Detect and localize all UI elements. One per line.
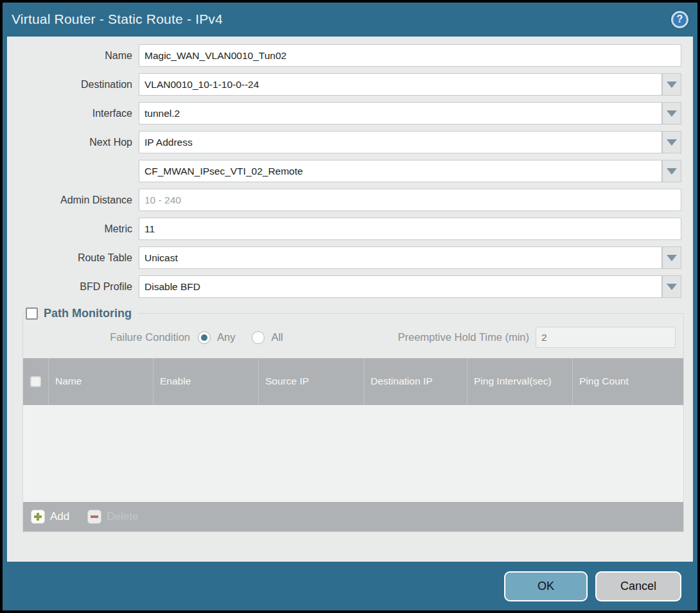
route-table-dropdown-button[interactable]	[662, 246, 681, 269]
chevron-down-icon	[667, 255, 677, 261]
title-bar: Virtual Router - Static Route - IPv4 ?	[3, 3, 697, 36]
add-button-label: Add	[50, 510, 69, 523]
table-header-checkbox-cell	[23, 358, 49, 405]
failure-condition-row: Failure Condition Any All Preemptive Hol…	[23, 320, 683, 358]
interface-input[interactable]	[139, 102, 662, 125]
delete-button[interactable]: Delete	[87, 510, 138, 524]
admin-distance-label: Admin Distance	[8, 194, 139, 206]
help-icon[interactable]: ?	[671, 11, 688, 28]
interface-row: Interface	[8, 102, 681, 125]
metric-label: Metric	[8, 223, 139, 235]
chevron-down-icon	[667, 82, 677, 88]
failure-condition-label: Failure Condition	[23, 331, 198, 343]
bfd-profile-label: BFD Profile	[8, 281, 139, 293]
route-table-select[interactable]	[139, 246, 662, 269]
next-hop-address-row	[8, 160, 681, 182]
select-all-checkbox[interactable]	[30, 376, 41, 387]
dialog-content: Name Destination Interface Next Hop	[7, 37, 693, 562]
bfd-profile-row: BFD Profile	[8, 275, 681, 298]
table-body-empty	[23, 405, 683, 502]
column-header-ping-count[interactable]: Ping Count	[573, 358, 683, 405]
metric-input[interactable]	[139, 218, 681, 240]
destination-row: Destination	[8, 73, 681, 96]
next-hop-row: Next Hop	[8, 131, 681, 153]
next-hop-type-select[interactable]	[139, 131, 662, 153]
cancel-button[interactable]: Cancel	[595, 571, 681, 601]
admin-distance-input[interactable]	[139, 189, 681, 211]
next-hop-address-input[interactable]	[139, 160, 662, 182]
name-label: Name	[8, 50, 139, 62]
name-row: Name	[8, 44, 681, 67]
radio-all-label: All	[271, 331, 283, 343]
route-table-label: Route Table	[8, 252, 139, 264]
destination-input[interactable]	[139, 73, 662, 96]
destination-label: Destination	[8, 79, 139, 91]
plus-icon	[31, 510, 45, 524]
metric-row: Metric	[8, 218, 681, 240]
delete-button-label: Delete	[107, 510, 138, 523]
next-hop-dropdown-button[interactable]	[662, 131, 681, 153]
failure-condition-any-option[interactable]: Any	[198, 331, 235, 344]
destination-dropdown-button[interactable]	[662, 73, 681, 96]
interface-dropdown-button[interactable]	[662, 102, 681, 125]
chevron-down-icon	[667, 139, 677, 146]
path-monitoring-title: Path Monitoring	[44, 307, 132, 320]
failure-condition-all-option[interactable]: All	[252, 331, 283, 344]
column-header-ping-interval[interactable]: Ping Interval(sec)	[468, 358, 573, 405]
path-monitoring-table: Name Enable Source IP Destination IP Pin…	[23, 358, 683, 531]
table-header-row: Name Enable Source IP Destination IP Pin…	[23, 358, 683, 405]
column-header-source-ip[interactable]: Source IP	[259, 358, 364, 405]
bfd-profile-dropdown-button[interactable]	[662, 275, 681, 298]
path-monitoring-section: Path Monitoring Failure Condition Any Al…	[22, 307, 684, 532]
next-hop-address-dropdown-button[interactable]	[662, 160, 681, 182]
radio-any[interactable]	[198, 331, 211, 344]
admin-distance-row: Admin Distance	[8, 189, 681, 211]
column-header-name[interactable]: Name	[49, 358, 153, 405]
dialog-title: Virtual Router - Static Route - IPv4	[12, 12, 223, 27]
interface-label: Interface	[8, 108, 139, 119]
route-table-row: Route Table	[8, 246, 681, 269]
path-monitoring-checkbox[interactable]	[26, 307, 38, 320]
chevron-down-icon	[667, 110, 677, 117]
add-button[interactable]: Add	[31, 510, 69, 524]
column-header-destination-ip[interactable]: Destination IP	[364, 358, 468, 405]
radio-all[interactable]	[252, 331, 265, 344]
path-monitoring-legend: Path Monitoring	[24, 307, 138, 320]
minus-icon	[87, 510, 101, 524]
failure-condition-options: Any All	[198, 331, 283, 344]
dialog-footer: OK Cancel	[3, 562, 697, 610]
name-input[interactable]	[139, 44, 681, 67]
chevron-down-icon	[667, 168, 677, 175]
preemptive-hold-time-input[interactable]	[536, 327, 676, 348]
bfd-profile-select[interactable]	[139, 275, 662, 298]
dialog: Virtual Router - Static Route - IPv4 ? N…	[3, 3, 697, 610]
table-toolbar: Add Delete	[23, 502, 683, 531]
preemptive-hold-time-label: Preemptive Hold Time (min)	[398, 331, 536, 343]
ok-button[interactable]: OK	[504, 571, 588, 601]
next-hop-label: Next Hop	[8, 137, 139, 148]
chevron-down-icon	[667, 284, 677, 290]
radio-any-label: Any	[217, 331, 235, 343]
column-header-enable[interactable]: Enable	[153, 358, 259, 405]
